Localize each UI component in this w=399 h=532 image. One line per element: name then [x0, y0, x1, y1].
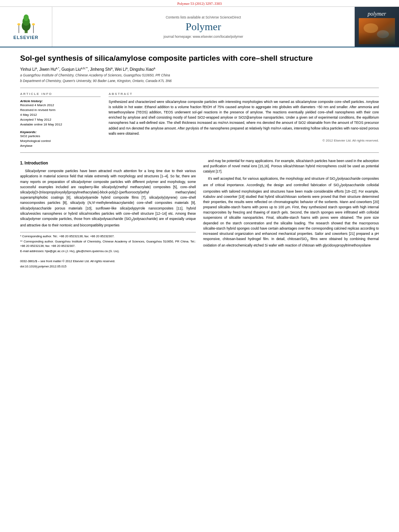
authors-line: Yinhui Lia, Jiwen Hua,*, Guojun Liua,b,*… — [20, 67, 379, 72]
svg-point-9 — [364, 23, 378, 33]
keyword-1: SiO2 particles — [20, 134, 101, 139]
elsevier-tree-icon — [14, 14, 38, 34]
revised-date: 4 May 2012 — [20, 113, 101, 117]
abstract-col: ABSTRACT Synthesized and characterized w… — [109, 92, 379, 148]
main-col-left: 1. Introduction Silica/polymer composite… — [20, 158, 196, 269]
article-info-abstract: ARTICLE INFO Article history: Received 4… — [20, 92, 379, 148]
journal-citation: Polymer 53 (2012) 3297–3303 — [0, 0, 399, 7]
keyword-2: Morphological control — [20, 139, 101, 144]
keywords-label: Keywords: — [20, 130, 101, 134]
abstract-text: Synthesized and characterized were silic… — [109, 99, 379, 136]
page-container: Polymer 53 (2012) 3297–3303 ELSEVIER — [0, 0, 399, 277]
article-history: Article history: Received 4 March 2012 R… — [20, 99, 101, 127]
journal-homepage: journal homepage: www.elsevier.com/locat… — [164, 35, 243, 39]
keywords-section: Keywords: SiO2 particles Morphological c… — [20, 130, 101, 148]
history-label: Article history: — [20, 99, 101, 103]
elsevier-brand-text: ELSEVIER — [13, 35, 38, 40]
polymer-logo-image — [359, 18, 395, 44]
svg-point-3 — [23, 14, 29, 21]
divider-1 — [20, 88, 379, 88]
footnote-email: E-mail addresses: hjw@gic.ac.cn (J. Hu),… — [20, 249, 196, 253]
journal-header: ELSEVIER Contents lists available at Sci… — [0, 7, 399, 47]
affiliation-b: b Department of Chemistry, Queen's Unive… — [20, 79, 379, 84]
available-date: Available online 18 May 2012 — [20, 122, 101, 127]
elsevier-logo: ELSEVIER — [0, 7, 52, 47]
journal-center: Contents lists available at SciVerse Sci… — [52, 7, 355, 47]
article-info-col: ARTICLE INFO Article history: Received 4… — [20, 92, 101, 148]
accepted-date: Accepted 7 May 2012 — [20, 117, 101, 122]
copyright-line: © 2012 Elsevier Ltd. All rights reserved… — [109, 139, 379, 142]
article-title: Sol-gel synthesis of silica/amylose comp… — [20, 53, 379, 64]
keyword-3: Amylase — [20, 144, 101, 148]
journal-title-header: Polymer — [185, 21, 221, 33]
article-info-label: ARTICLE INFO — [20, 92, 101, 97]
intro-heading: 1. Introduction — [20, 160, 196, 166]
svg-point-7 — [32, 23, 35, 25]
svg-point-5 — [17, 23, 20, 25]
right-para-1: and may be potential for many applicatio… — [203, 158, 379, 175]
footnote-1: * Corresponding author. Tel.: +86 20 852… — [20, 234, 196, 238]
affiliation-a: a Guangzhou Institute of Chemistry, Chin… — [20, 73, 379, 78]
sciverse-line: Contents lists available at SciVerse Sci… — [166, 15, 241, 19]
citation-text: Polymer 53 (2012) 3297–3303 — [177, 2, 222, 6]
footnote-2: ** Corresponding author. Guangzhou Insti… — [20, 239, 196, 249]
article-body: Sol-gel synthesis of silica/amylose comp… — [0, 47, 399, 277]
polymer-logo-text: polymer — [368, 11, 386, 17]
polymer-logo-box: polymer — [355, 7, 399, 47]
abstract-label: ABSTRACT — [109, 92, 379, 97]
issn-line: 0032-3861/$ – see front matter © 2012 El… — [20, 259, 196, 263]
main-body: 1. Introduction Silica/polymer composite… — [20, 158, 379, 269]
sciverse-text: Contents lists available at SciVerse Sci… — [166, 15, 241, 19]
intro-para-1: Silica/polymer composite particles have … — [20, 168, 196, 228]
revised-label: Received in revised form — [20, 108, 101, 113]
right-para-2: It's well accepted that, for various app… — [203, 176, 379, 248]
divider-2 — [20, 152, 379, 153]
main-col-right: and may be potential for many applicatio… — [203, 158, 379, 269]
doi-line: doi:10.1016/j.polymer.2012.05.015 — [20, 264, 196, 269]
received-date: Received 4 March 2012 — [20, 103, 101, 108]
footnotes: * Corresponding author. Tel.: +86 20 852… — [20, 232, 196, 269]
